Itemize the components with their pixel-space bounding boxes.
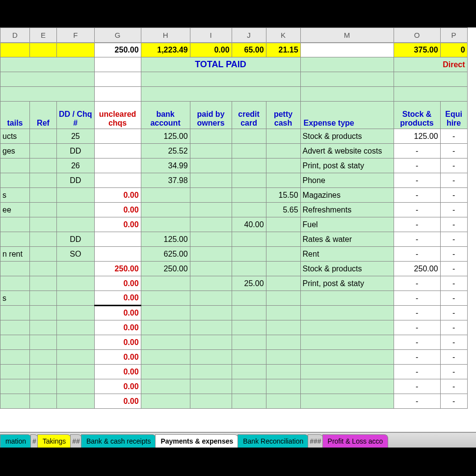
sheet-tab[interactable]: Bank & cash receipts: [81, 434, 157, 448]
cell-bank[interactable]: 625.00: [141, 247, 190, 262]
cell-details[interactable]: [0, 379, 30, 394]
cell-unc[interactable]: [94, 159, 141, 173]
cell-details[interactable]: [0, 159, 30, 173]
cell-ref[interactable]: [30, 144, 57, 159]
col-label-ddchq[interactable]: DD / Chq#: [57, 102, 95, 129]
totals-cell[interactable]: [0, 43, 30, 57]
data-row[interactable]: 0.0025.00Print, post & staty--: [0, 276, 468, 291]
cell-bank[interactable]: [141, 379, 190, 394]
cell-stock[interactable]: 125.00: [394, 129, 440, 144]
cell-credit[interactable]: [232, 379, 266, 394]
cell-bank[interactable]: 37.98: [141, 173, 190, 188]
col-header-H[interactable]: H: [141, 28, 190, 43]
col-header-F[interactable]: F: [57, 28, 95, 43]
cell-stock[interactable]: -: [394, 365, 440, 379]
cell-paidby[interactable]: [190, 262, 232, 276]
cell-details[interactable]: [0, 365, 30, 379]
cell-exp[interactable]: Magazines: [300, 188, 394, 203]
cell-equip[interactable]: -: [440, 203, 467, 217]
cell-stock[interactable]: -: [394, 394, 440, 409]
cell-credit[interactable]: [232, 291, 266, 306]
data-row[interactable]: n rentSO625.00Rent--: [0, 247, 468, 262]
cell-credit[interactable]: [232, 394, 266, 409]
cell-stock[interactable]: -: [394, 379, 440, 394]
col-label-equip[interactable]: Equihire: [440, 102, 467, 129]
cell-paidby[interactable]: [190, 276, 232, 291]
data-row[interactable]: 0.0040.00Fuel--: [0, 217, 468, 232]
cell-bank[interactable]: [141, 350, 190, 365]
col-label-bank[interactable]: bankaccount: [141, 102, 190, 129]
cell-ref[interactable]: [30, 217, 57, 232]
cell-details[interactable]: s: [0, 188, 30, 203]
cell-petty[interactable]: [266, 394, 300, 409]
totals-cell[interactable]: 250.00: [94, 43, 141, 57]
col-label-details[interactable]: tails: [0, 102, 30, 129]
cell-paidby[interactable]: [190, 335, 232, 350]
cell-credit[interactable]: [232, 365, 266, 379]
cell-credit[interactable]: [232, 335, 266, 350]
cell-ddchq[interactable]: [57, 291, 95, 306]
data-row[interactable]: 0.00--: [0, 335, 468, 350]
cell-details[interactable]: ucts: [0, 129, 30, 144]
cell-details[interactable]: [0, 394, 30, 409]
cell-ref[interactable]: [30, 159, 57, 173]
cell-stock[interactable]: -: [394, 144, 440, 159]
cell-credit[interactable]: [232, 232, 266, 247]
cell-credit[interactable]: [232, 144, 266, 159]
cell-unc[interactable]: 0.00: [94, 394, 141, 409]
cell-ref[interactable]: [30, 350, 57, 365]
cell-equip[interactable]: -: [440, 129, 467, 144]
cell-exp[interactable]: Rates & water: [300, 232, 394, 247]
cell-bank[interactable]: [141, 320, 190, 335]
cell-bank[interactable]: [141, 203, 190, 217]
cell-exp[interactable]: [300, 394, 394, 409]
cell-bank[interactable]: 250.00: [141, 262, 190, 276]
cell-equip[interactable]: -: [440, 173, 467, 188]
col-label-petty[interactable]: pettycash: [266, 102, 300, 129]
cell-unc[interactable]: [94, 173, 141, 188]
cell-equip[interactable]: -: [440, 217, 467, 232]
cell-stock[interactable]: -: [394, 350, 440, 365]
totals-cell[interactable]: [30, 43, 57, 57]
cell-stock[interactable]: -: [394, 173, 440, 188]
data-row[interactable]: gesDD25.52Advert & website costs--: [0, 144, 468, 159]
cell-equip[interactable]: -: [440, 276, 467, 291]
cell-credit[interactable]: [232, 173, 266, 188]
cell-credit[interactable]: 25.00: [232, 276, 266, 291]
cell-paidby[interactable]: [190, 188, 232, 203]
cell-exp[interactable]: [300, 291, 394, 306]
cell-details[interactable]: [0, 173, 30, 188]
sheet-tab[interactable]: Payments & expenses: [155, 434, 238, 448]
cell-bank[interactable]: 34.99: [141, 159, 190, 173]
cell-exp[interactable]: Advert & website costs: [300, 144, 394, 159]
cell-equip[interactable]: -: [440, 291, 467, 306]
cell-bank[interactable]: 125.00: [141, 232, 190, 247]
cell-ref[interactable]: [30, 291, 57, 306]
cell-paidby[interactable]: [190, 365, 232, 379]
cell-ref[interactable]: [30, 320, 57, 335]
cell-equip[interactable]: -: [440, 335, 467, 350]
cell-ddchq[interactable]: [57, 365, 95, 379]
cell-petty[interactable]: [266, 232, 300, 247]
cell-ref[interactable]: [30, 379, 57, 394]
cell-bank[interactable]: [141, 335, 190, 350]
cell-petty[interactable]: [266, 350, 300, 365]
cell-petty[interactable]: [266, 159, 300, 173]
cell-equip[interactable]: -: [440, 188, 467, 203]
spreadsheet-table[interactable]: DEFGHIJKMOP250.001,223.490.0065.0021.153…: [0, 27, 468, 409]
cell-stock[interactable]: -: [394, 247, 440, 262]
cell-stock[interactable]: -: [394, 320, 440, 335]
cell-exp[interactable]: Stock & products: [300, 262, 394, 276]
cell-unc[interactable]: 0.00: [94, 306, 141, 320]
cell-exp[interactable]: Stock & products: [300, 129, 394, 144]
cell-credit[interactable]: [232, 262, 266, 276]
cell-ddchq[interactable]: DD: [57, 232, 95, 247]
cell-ddchq[interactable]: 25: [57, 129, 95, 144]
cell-details[interactable]: [0, 217, 30, 232]
cell-paidby[interactable]: [190, 173, 232, 188]
data-row[interactable]: 0.00--: [0, 379, 468, 394]
cell-exp[interactable]: Phone: [300, 173, 394, 188]
cell-paidby[interactable]: [190, 306, 232, 320]
cell-paidby[interactable]: [190, 144, 232, 159]
cell-unc[interactable]: 0.00: [94, 276, 141, 291]
